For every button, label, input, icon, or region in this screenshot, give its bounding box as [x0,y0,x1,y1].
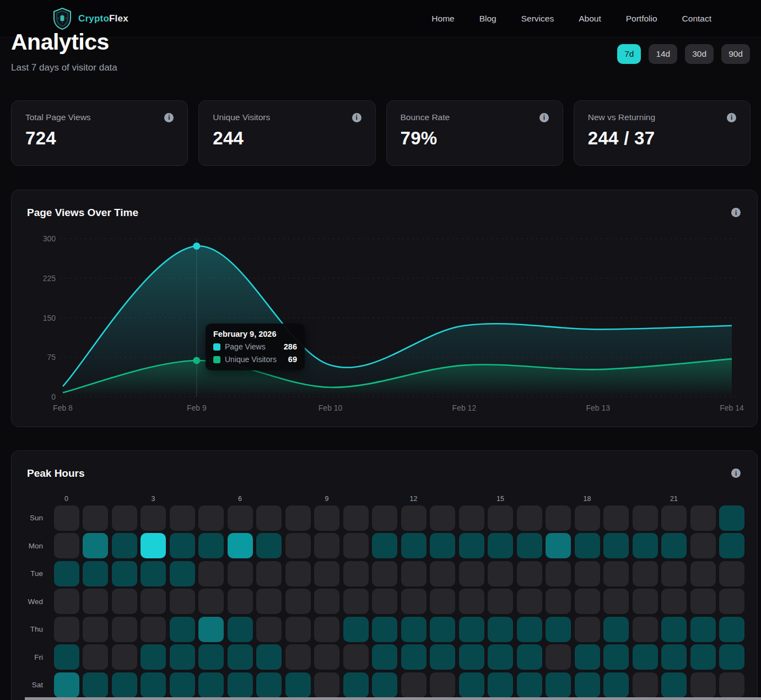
heatmap-cell[interactable] [603,644,629,670]
heatmap-cell[interactable] [256,589,282,614]
heatmap-cell[interactable] [430,617,455,642]
heatmap-cell[interactable] [198,644,224,670]
heatmap-cell[interactable] [430,589,455,614]
heatmap-cell[interactable] [343,644,369,670]
heatmap-cell[interactable] [603,589,629,614]
heatmap-cell[interactable] [661,617,687,642]
heatmap-cell[interactable] [575,561,600,586]
heatmap-cell[interactable] [256,533,282,558]
heatmap-cell[interactable] [256,561,282,586]
heatmap-cell[interactable] [54,672,79,698]
heatmap-cell[interactable] [546,589,571,614]
range-button-7d[interactable]: 7d [617,44,641,64]
info-icon[interactable]: i [727,113,736,122]
heatmap-cell[interactable] [112,672,137,698]
heatmap-cell[interactable] [517,617,542,642]
heatmap-cell[interactable] [661,533,687,558]
heatmap-cell[interactable] [546,644,571,670]
heatmap-cell[interactable] [633,533,658,558]
heatmap-cell[interactable] [170,617,195,642]
heatmap-cell[interactable] [401,672,427,698]
heatmap-cell[interactable] [198,672,224,698]
heatmap-cell[interactable] [430,533,455,558]
heatmap-cell[interactable] [690,672,716,698]
heatmap-cell[interactable] [488,589,513,614]
heatmap-cell[interactable] [690,617,716,642]
heatmap-cell[interactable] [141,644,166,670]
info-icon[interactable]: i [164,113,174,122]
heatmap-cell[interactable] [459,617,484,642]
heatmap-cell[interactable] [141,533,166,558]
heatmap-cell[interactable] [256,505,282,531]
heatmap-cell[interactable] [719,644,744,670]
heatmap-cell[interactable] [661,589,687,614]
heatmap-cell[interactable] [690,644,716,670]
heatmap-cell[interactable] [112,589,137,614]
nav-link-contact[interactable]: Contact [682,14,711,24]
heatmap-cell[interactable] [228,644,253,670]
heatmap-cell[interactable] [285,589,311,614]
heatmap-cell[interactable] [170,505,195,531]
heatmap-cell[interactable] [198,505,224,531]
heatmap-cell[interactable] [430,672,455,698]
heatmap-cell[interactable] [546,672,571,698]
heatmap-cell[interactable] [141,589,166,614]
heatmap-cell[interactable] [488,617,513,642]
heatmap-cell[interactable] [401,589,427,614]
heatmap-cell[interactable] [112,533,137,558]
nav-link-blog[interactable]: Blog [479,14,496,24]
heatmap-cell[interactable] [430,644,455,670]
heatmap-cell[interactable] [54,505,79,531]
info-icon[interactable]: i [731,469,741,478]
heatmap-cell[interactable] [372,505,397,531]
brand[interactable]: CryptoFlex [52,7,128,30]
heatmap-cell[interactable] [690,533,716,558]
heatmap-cell[interactable] [719,533,744,558]
heatmap-cell[interactable] [285,505,311,531]
heatmap-cell[interactable] [517,644,542,670]
heatmap-cell[interactable] [314,561,339,586]
heatmap-cell[interactable] [170,589,195,614]
heatmap-cell[interactable] [546,617,571,642]
heatmap-cell[interactable] [603,505,629,531]
info-icon[interactable]: i [539,113,549,122]
heatmap-cell[interactable] [719,672,744,698]
heatmap-cell[interactable] [141,505,166,531]
heatmap-cell[interactable] [459,589,484,614]
heatmap-cell[interactable] [285,533,311,558]
heatmap-cell[interactable] [372,644,397,670]
heatmap-cell[interactable] [517,505,542,531]
range-button-14d[interactable]: 14d [649,44,677,64]
heatmap-cell[interactable] [112,617,137,642]
heatmap-cell[interactable] [343,561,369,586]
heatmap-cell[interactable] [661,672,687,698]
heatmap-cell[interactable] [54,644,79,670]
heatmap-cell[interactable] [198,589,224,614]
heatmap-cell[interactable] [430,561,455,586]
heatmap-cell[interactable] [488,672,513,698]
line-chart-svg[interactable]: 075150225300Feb 8Feb 9Feb 10Feb 12Feb 13… [12,190,758,428]
heatmap-cell[interactable] [170,644,195,670]
heatmap-cell[interactable] [314,505,339,531]
heatmap-cell[interactable] [517,533,542,558]
heatmap-cell[interactable] [343,589,369,614]
heatmap-cell[interactable] [228,533,253,558]
heatmap-cell[interactable] [633,561,658,586]
nav-link-about[interactable]: About [579,14,601,24]
nav-link-home[interactable]: Home [431,14,454,24]
heatmap-cell[interactable] [343,533,369,558]
heatmap-cell[interactable] [285,561,311,586]
heatmap-cell[interactable] [575,589,600,614]
heatmap-cell[interactable] [459,533,484,558]
heatmap-cell[interactable] [372,561,397,586]
heatmap-cell[interactable] [343,505,369,531]
bottom-scroll-strip[interactable] [25,697,761,700]
heatmap-cell[interactable] [112,505,137,531]
heatmap-cell[interactable] [256,644,282,670]
heatmap-cell[interactable] [83,644,108,670]
heatmap-cell[interactable] [401,561,427,586]
heatmap-cell[interactable] [401,533,427,558]
heatmap-cell[interactable] [633,672,658,698]
heatmap-cell[interactable] [112,561,137,586]
heatmap-cell[interactable] [256,617,282,642]
